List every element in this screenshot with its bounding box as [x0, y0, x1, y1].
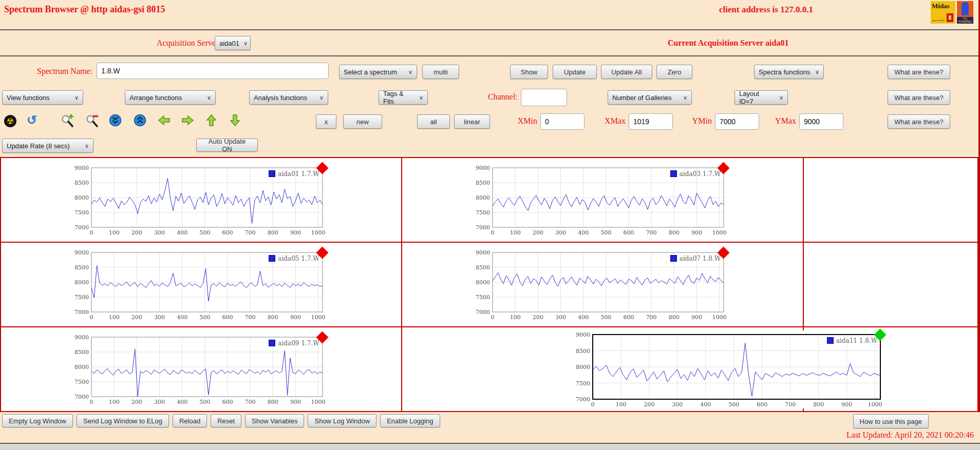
chart-legend: aida09 1.7.W [269, 340, 319, 347]
expand-vertical-icon[interactable] [134, 114, 146, 127]
update-button[interactable]: Update [553, 65, 597, 79]
multi-button[interactable]: multi [422, 65, 459, 79]
svg-text:7000: 7000 [476, 309, 490, 316]
how-to-use-button[interactable]: How to use this page [853, 414, 929, 428]
what-are-these-button[interactable]: What are these? [888, 65, 950, 79]
pan-right-icon[interactable] [181, 114, 195, 127]
svg-text:100: 100 [108, 314, 119, 321]
xmin-label: XMin [514, 116, 537, 126]
spectra-functions-select[interactable]: Spectra functions∨ [754, 65, 824, 79]
svg-text:7000: 7000 [476, 224, 490, 231]
show-log-window-button[interactable]: Show Log Window [308, 414, 376, 427]
update-row: Update Rate (8 secs)∨ Auto Update ON [0, 134, 978, 157]
last-updated-text: Last Updated: April 20, 2021 00:20:46 [0, 431, 980, 440]
svg-text:400: 400 [578, 229, 589, 236]
chart-legend: aida05 1.7.W [269, 255, 319, 262]
update-all-button[interactable]: Update All [601, 65, 652, 79]
arrange-functions-select[interactable]: Arrange functions∨ [125, 90, 216, 105]
reload-button[interactable]: Reload [173, 414, 207, 427]
svg-text:7500: 7500 [74, 209, 89, 216]
chart-legend: aida07 1.8.W [670, 255, 721, 262]
svg-text:100: 100 [510, 314, 521, 321]
svg-text:8000: 8000 [74, 279, 89, 286]
gallery-cell: 7000750080008500900001002003004005006007… [1, 243, 402, 326]
linear-button[interactable]: linear [454, 114, 490, 129]
acquisition-row: Acquisition Servers aida01 ∨ Current Acq… [0, 30, 978, 55]
spectrum-chart-aida05[interactable]: 7000750080008500900001002003004005006007… [74, 248, 329, 321]
spectrum-chart-aida09[interactable]: 7000750080008500900001002003004005006007… [74, 333, 329, 406]
svg-text:700: 700 [244, 314, 255, 321]
spectrum-chart-aida01[interactable]: 7000750080008500900001002003004005006007… [74, 164, 329, 237]
pan-down-icon[interactable] [229, 113, 241, 127]
svg-text:900: 900 [290, 314, 300, 321]
svg-text:100: 100 [108, 399, 119, 405]
spectrum-chart-aida11-selected[interactable]: 7000750080008500900001002003004005006007… [575, 330, 887, 408]
number-of-galleries-select[interactable]: Number of Galleries∨ [608, 90, 692, 105]
zoom-in-icon[interactable] [61, 114, 74, 128]
svg-text:0: 0 [89, 229, 93, 236]
refresh-icon[interactable]: ↺ [27, 113, 37, 127]
compress-vertical-icon[interactable] [109, 114, 122, 127]
svg-text:600: 600 [222, 314, 233, 321]
enable-logging-button[interactable]: Enable Logging [380, 414, 440, 427]
page-title: Spectrum Browser @ http aidas-gsi 8015 [4, 4, 165, 15]
footer-buttons: Empty Log Window Send Log Window to ELog… [2, 414, 980, 427]
select-spectrum-select[interactable]: Select a spectrum∨ [339, 65, 417, 79]
header: Spectrum Browser @ http aidas-gsi 8015 c… [0, 0, 978, 29]
new-button[interactable]: new [343, 114, 382, 129]
all-button[interactable]: all [417, 114, 450, 129]
x-axis-button[interactable]: x [316, 114, 336, 129]
send-log-to-elog-button[interactable]: Send Log Window to ELog [77, 414, 169, 427]
xmax-input[interactable] [629, 113, 673, 130]
svg-text:400: 400 [177, 399, 187, 405]
svg-text:7000: 7000 [576, 396, 590, 403]
show-variables-button[interactable]: Show Variables [245, 414, 304, 427]
tcl-feather-icon [962, 2, 969, 15]
svg-text:8500: 8500 [74, 349, 89, 356]
svg-text:7500: 7500 [576, 380, 590, 386]
update-rate-select[interactable]: Update Rate (8 secs)∨ [2, 139, 93, 153]
layout-id-select[interactable]: Layout ID=7∨ [734, 90, 788, 105]
svg-text:900: 900 [691, 314, 702, 321]
auto-update-button[interactable]: Auto Update ON [196, 139, 258, 152]
gallery-cell-empty [804, 158, 977, 242]
svg-text:400: 400 [177, 229, 187, 236]
view-functions-select[interactable]: View functions∨ [2, 90, 83, 105]
what-are-these-button[interactable]: What are these? [888, 90, 950, 105]
svg-text:200: 200 [533, 229, 543, 236]
zero-button[interactable]: Zero [656, 65, 692, 79]
pan-left-icon[interactable] [157, 114, 171, 127]
chevron-down-icon: ∨ [207, 94, 211, 101]
analysis-functions-select[interactable]: Analysis functions∨ [249, 90, 328, 105]
client-address: client address is 127.0.0.1 [719, 5, 813, 15]
spectrum-browser-page: Spectrum Browser @ http aidas-gsi 8015 c… [0, 0, 980, 450]
zoom-out-icon[interactable] [85, 114, 99, 128]
what-are-these-button[interactable]: What are these? [888, 114, 950, 129]
ymax-input[interactable] [799, 113, 843, 130]
svg-text:600: 600 [757, 401, 767, 408]
svg-text:1000: 1000 [311, 314, 325, 321]
empty-log-window-button[interactable]: Empty Log Window [2, 414, 73, 427]
svg-text:8000: 8000 [476, 279, 490, 286]
svg-text:300: 300 [154, 399, 164, 405]
spectrum-chart-aida03[interactable]: 7000750080008500900001002003004005006007… [475, 164, 730, 237]
svg-text:7500: 7500 [74, 379, 89, 385]
svg-text:7500: 7500 [74, 294, 89, 301]
acquisition-server-select[interactable]: aida01 ∨ [215, 36, 251, 50]
legend-swatch [269, 340, 275, 346]
svg-text:0: 0 [89, 399, 93, 405]
svg-text:0: 0 [591, 401, 595, 408]
svg-text:300: 300 [672, 401, 683, 408]
svg-text:7000: 7000 [74, 224, 89, 231]
channel-input[interactable] [521, 89, 567, 106]
radiation-icon[interactable]: ☢ [4, 115, 16, 127]
reset-button[interactable]: Reset [211, 414, 241, 427]
show-button[interactable]: Show [510, 65, 548, 79]
spectrum-chart-aida07[interactable]: 7000750080008500900001002003004005006007… [475, 248, 730, 321]
spectrum-name-input[interactable] [97, 63, 329, 79]
legend-swatch [827, 337, 834, 344]
ymin-input[interactable] [715, 113, 759, 130]
tags-fits-select[interactable]: Tags & Fits∨ [379, 90, 428, 105]
xmin-input[interactable] [540, 113, 585, 130]
pan-up-icon[interactable] [205, 113, 218, 127]
